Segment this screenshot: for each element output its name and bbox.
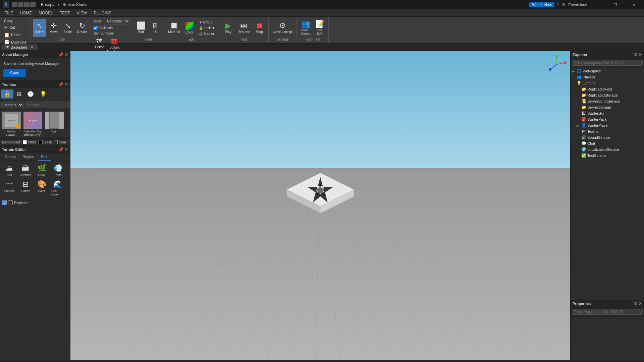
stop-button[interactable]: ⏹ Stop — [253, 19, 266, 37]
toolbox-item-vibe-kit[interactable]: Sky FX Vibe Kit (Sky Effects Only) — [23, 111, 43, 137]
cut-button[interactable]: ✂ Cut — [2, 24, 29, 31]
asset-manager-pin[interactable]: 📌 — [58, 52, 63, 57]
subtract-terrain-icon: 🏔 — [22, 164, 29, 173]
terrain-paint-button[interactable]: 🎨 Paint — [34, 179, 49, 197]
menu-file[interactable]: FILE — [1, 10, 16, 16]
bg-white-option[interactable]: White — [23, 140, 37, 144]
menu-plugins[interactable]: PLUGINS — [90, 10, 115, 16]
terrain-tab-region[interactable]: Region — [19, 153, 38, 161]
properties-close[interactable]: ✕ — [639, 301, 642, 306]
terrain-editor-pin[interactable]: 📌 — [58, 147, 63, 152]
select-button[interactable]: ↖ Select — [33, 19, 46, 37]
menu-model[interactable]: MODEL — [35, 10, 56, 16]
menu-test[interactable]: TEST — [56, 10, 73, 16]
tree-item-workspace[interactable]: ▶ 🌐 Workspace — [571, 68, 644, 74]
replace-color-1[interactable] — [2, 200, 7, 205]
chat-icon: 💬 — [581, 141, 586, 146]
tree-item-sound-service[interactable]: 🔊 SoundService — [571, 134, 644, 140]
terrain-add-button[interactable]: ⛰ Add — [2, 163, 17, 178]
terrain-replace-row: Replace — [0, 199, 70, 206]
menu-home[interactable]: HOME — [16, 10, 35, 16]
play-button[interactable]: ▶ Play — [221, 19, 235, 37]
toolbox-tab-marketplace[interactable]: ⊞ — [14, 89, 24, 99]
part-button[interactable]: ⬜ Part — [134, 19, 148, 37]
terrain-smooth-button[interactable]: 〰 Smooth — [2, 179, 17, 197]
explorer-filter-input[interactable] — [572, 60, 643, 66]
live-edit-button[interactable]: 📝 LiveEdit — [313, 19, 326, 37]
explorer-close[interactable]: ✕ — [639, 52, 642, 57]
terrain-sea-level-button[interactable]: 🌊 Sea Level — [50, 179, 65, 197]
game-settings-button[interactable]: ⚙ Game Settings — [271, 19, 295, 37]
properties-expand[interactable]: ⧉ — [634, 301, 637, 306]
asset-manager-header: Asset Manager 📌 ✕ — [0, 51, 70, 58]
tab-baseplate[interactable]: 🗺 Baseplate ✕ — [1, 44, 38, 50]
viewport[interactable] — [70, 51, 570, 360]
part-icon: ⬜ — [137, 22, 146, 29]
tree-item-teams[interactable]: 🏳 Teams — [571, 128, 644, 134]
group-button[interactable]: ▼ Group — [198, 20, 217, 25]
toolbox-pin[interactable]: 📌 — [58, 82, 63, 87]
bg-black-option[interactable]: Black — [39, 140, 52, 144]
scale-button[interactable]: ⤡ Scale — [61, 19, 74, 37]
tree-item-server-script-service[interactable]: 📜 ServerScriptService — [571, 98, 644, 104]
explorer-expand[interactable]: ⧉ — [634, 52, 637, 57]
minimize-button[interactable]: ─ — [590, 0, 605, 9]
terrain-tab-create[interactable]: Create — [1, 153, 19, 161]
toolbox-item-wall[interactable]: Wall — [44, 111, 64, 137]
menu-view[interactable]: VIEW — [73, 10, 91, 16]
resume-button[interactable]: ⏭ Resume — [235, 19, 252, 37]
anchor-button[interactable]: ⚓ Anchor — [198, 31, 217, 36]
team-create-button[interactable]: 👥 TeamCreate — [299, 19, 312, 37]
terrain-editor-button[interactable]: 🗺 Editor — [93, 37, 105, 50]
terrain-erode-button[interactable]: 💨 Erode — [50, 163, 65, 178]
terrain-tab-edit[interactable]: Edit — [38, 153, 51, 161]
restore-button[interactable]: ❐ — [608, 0, 623, 9]
left-panels: Asset Manager 📌 ✕ Save to start using As… — [0, 51, 70, 360]
color-button[interactable]: Color — [183, 19, 196, 37]
replace-color-2[interactable] — [8, 200, 13, 205]
collisions-checkbox[interactable] — [93, 26, 98, 30]
toolbox-tab-recent[interactable]: 🕐 — [24, 89, 37, 99]
paste-button[interactable]: 📋 Paste — [2, 32, 29, 38]
move-button[interactable]: ✛ Move — [47, 19, 60, 37]
toolbox-tab-my-assets[interactable]: 🔒 — [1, 89, 13, 99]
toolbox-type-select[interactable]: Models — [1, 102, 23, 108]
tree-item-chat[interactable]: 💬 Chat — [571, 140, 644, 146]
terrain-editor-close[interactable]: ✕ — [65, 147, 68, 152]
toolbox-close[interactable]: ✕ — [65, 82, 68, 87]
save-button[interactable]: Save — [3, 69, 26, 77]
viewport-gizmo — [547, 54, 567, 74]
close-tab-icon[interactable]: ✕ — [31, 45, 34, 49]
tree-item-starter-gui[interactable]: 🖼 StarterGui — [571, 110, 644, 116]
terrain-editor-header: Terrain Editor 📌 ✕ — [0, 146, 70, 153]
terrain-grow-button[interactable]: 🌿 Grow — [34, 163, 49, 178]
tree-item-server-storage[interactable]: 📁 ServerStorage — [571, 104, 644, 110]
tree-item-starter-pack[interactable]: 🎒 StarterPack — [571, 116, 644, 122]
material-button[interactable]: 🔲 Material — [166, 19, 182, 37]
terrain-mode-select[interactable]: Geometric — [104, 18, 130, 24]
ui-button[interactable]: 🖥 UI — [148, 19, 162, 37]
close-button[interactable]: ✕ — [626, 0, 641, 9]
properties-filter-input[interactable] — [572, 309, 643, 315]
rotate-button[interactable]: ↻ Rotate — [75, 19, 89, 37]
tree-item-starter-player[interactable]: ▶ 👤 StarterPlayer — [571, 122, 644, 128]
asset-manager-close[interactable]: ✕ — [65, 52, 68, 57]
tree-item-test-service[interactable]: ✅ TestService — [571, 153, 644, 159]
toolbar: Copy ✂ Cut 📋 Paste 📄 Duplicate Clipboard… — [0, 17, 644, 44]
terrain-subtract-button[interactable]: 🏔 Subtract — [18, 163, 33, 178]
toolbox-item-neutral-spawn[interactable]: Spawn ⊞ Neutral Spawn .. — [1, 111, 21, 137]
tree-item-lighting[interactable]: 💡 Lighting — [571, 80, 644, 86]
toolbox-search-input[interactable] — [25, 102, 70, 108]
terrain-flatten-button[interactable]: ⊟ Flatten — [18, 179, 33, 197]
tree-item-replicated-storage[interactable]: 📁 ReplicatedStorage — [571, 92, 644, 98]
tree-item-localization-service[interactable]: 🌍 LocalizationService — [571, 146, 644, 153]
tree-item-replicated-first[interactable]: 📁 ReplicatedFirst — [571, 86, 644, 92]
lock-button[interactable]: 🔒 Lock ▼ — [198, 25, 217, 31]
copy-button[interactable]: Copy — [2, 18, 29, 23]
tree-item-players[interactable]: 👥 Players — [571, 74, 644, 80]
bg-none-option[interactable]: None — [54, 140, 67, 144]
tools-label: Tools — [57, 38, 65, 42]
toolbox-tab-suggested[interactable]: 💡 — [37, 89, 49, 99]
toolbox-button[interactable]: 🧰 Toolbox — [107, 37, 121, 50]
whats-new-button[interactable]: What's New — [529, 2, 554, 7]
